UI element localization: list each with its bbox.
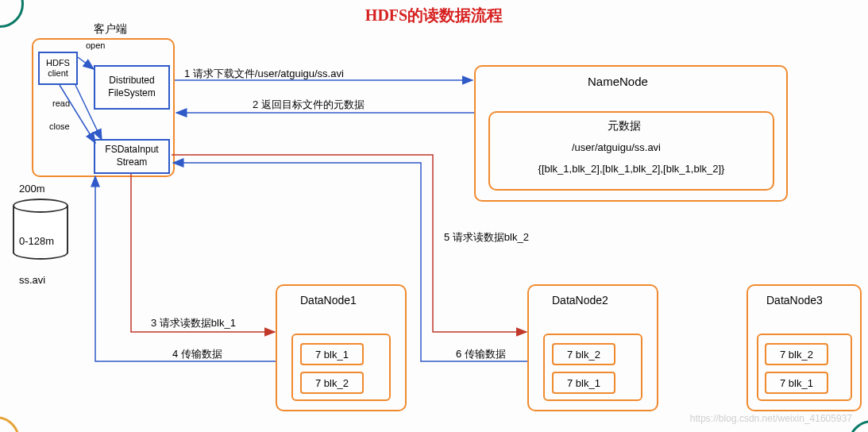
namenode-title: NameNode <box>588 75 648 88</box>
datanode1-title: DataNode1 <box>300 294 357 307</box>
open-label: open <box>86 40 105 50</box>
distributed-fs-box: Distributed FileSystem <box>94 65 170 110</box>
hdfs-client-box: HDFS client <box>38 52 78 85</box>
decoration <box>0 0 24 28</box>
storage-200m: 200m <box>19 183 45 195</box>
decoration <box>0 416 20 432</box>
watermark: https://blog.csdn.net/weixin_41605937 <box>690 413 852 424</box>
dn1-blk2: 7 blk_2 <box>300 368 364 397</box>
datanode2-title: DataNode2 <box>552 294 608 307</box>
storage-file: ss.avi <box>19 274 45 286</box>
step6-label: 6 传输数据 <box>456 347 506 361</box>
metadata-path: /user/atguigu/ss.avi <box>572 141 661 153</box>
read-label: read <box>52 98 70 108</box>
fsdata-input-box: FSDataInput Stream <box>94 139 170 174</box>
step4-label: 4 传输数据 <box>172 347 222 361</box>
step2-label: 2 返回目标文件的元数据 <box>253 98 365 112</box>
close-label: close <box>49 122 70 131</box>
datanode3-title: DataNode3 <box>766 294 823 307</box>
metadata-blocks: {[blk_1,blk_2],[blk_1,blk_2],[blk_1,blk_… <box>500 163 762 175</box>
dn1-blk1: 7 blk_1 <box>300 340 364 368</box>
dn2-blk1: 7 blk_2 <box>552 340 615 368</box>
metadata-title: 元数据 <box>608 119 641 133</box>
step5-label: 5 请求读数据blk_2 <box>444 230 529 245</box>
dn2-blk2: 7 blk_1 <box>552 368 615 397</box>
dn3-blk2: 7 blk_1 <box>765 368 828 397</box>
step3-label: 3 请求读数据blk_1 <box>151 316 236 330</box>
diagram-title: HDFS的读数据流程 <box>365 5 503 26</box>
step1-label: 1 请求下载文件/user/atguigu/ss.avi <box>184 67 344 81</box>
dn3-blk1: 7 blk_2 <box>765 340 828 368</box>
storage-range: 0-128m <box>19 235 54 247</box>
client-label: 客户端 <box>94 22 127 37</box>
